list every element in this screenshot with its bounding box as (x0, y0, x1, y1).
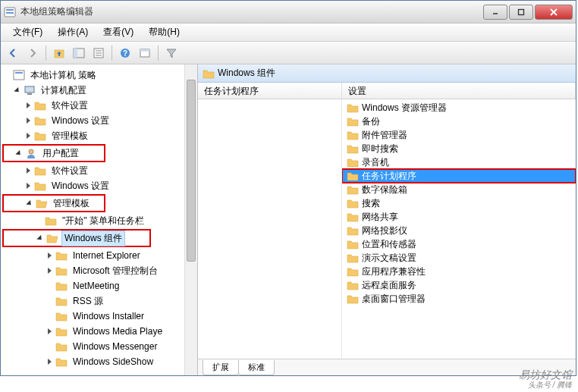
app-icon (4, 6, 16, 18)
filter-button[interactable] (162, 44, 181, 62)
folder-icon (347, 116, 359, 127)
folder-open-icon (36, 198, 48, 209)
collapse-icon[interactable] (24, 131, 33, 140)
column-header-setting[interactable]: 设置 (342, 83, 576, 99)
minimize-button[interactable] (483, 5, 507, 20)
folder-icon (34, 165, 46, 176)
list-item[interactable]: Windows 资源管理器 (342, 101, 576, 114)
options-button[interactable] (136, 44, 154, 62)
list-item[interactable]: 应用程序兼容性 (342, 265, 576, 278)
folder-icon (347, 280, 359, 290)
computer-icon (24, 85, 36, 96)
expand-icon[interactable] (36, 234, 45, 243)
details-header: Windows 组件 (198, 64, 576, 83)
svg-rect-21 (27, 93, 32, 95)
list-item[interactable]: 附件管理器 (342, 128, 576, 142)
window-title: 本地组策略编辑器 (20, 5, 483, 18)
folder-icon (34, 115, 46, 126)
tree-item[interactable]: "开始" 菜单和任务栏 (2, 213, 196, 228)
list-item[interactable]: 演示文稿设置 (342, 251, 576, 265)
svg-text:?: ? (123, 49, 127, 58)
folder-icon (347, 184, 359, 195)
folder-icon (55, 311, 68, 321)
expand-icon[interactable] (14, 149, 24, 158)
column-header-name[interactable]: 任务计划程序 (198, 83, 342, 99)
menu-file[interactable]: 文件(F) (5, 24, 50, 41)
folder-icon (347, 252, 359, 263)
folder-icon (55, 326, 68, 337)
tree-item[interactable]: Windows 设置 (2, 113, 196, 128)
tree-scrollbar[interactable] (184, 64, 197, 375)
folder-icon (55, 296, 68, 306)
collapse-icon[interactable] (45, 266, 54, 275)
menu-action[interactable]: 操作(A) (50, 24, 96, 41)
tree-item[interactable]: Windows Media Playe (2, 324, 196, 339)
tree-admin-templates[interactable]: 管理模板 (4, 196, 104, 211)
collapse-icon[interactable] (45, 251, 54, 260)
svg-rect-17 (140, 49, 149, 52)
folder-icon (347, 171, 359, 181)
list-item[interactable]: 搜索 (342, 196, 576, 210)
tree-item[interactable]: 软件设置 (2, 163, 196, 178)
tree-item[interactable]: Windows 设置 (2, 178, 196, 193)
folder-icon (347, 225, 359, 236)
svg-rect-20 (25, 86, 34, 93)
tree-panel[interactable]: 本地计算机 策略 计算机配置 软件设置 Windows 设置 管理模板 用户配置 (1, 64, 198, 375)
tree-computer-config[interactable]: 计算机配置 (2, 83, 196, 98)
expand-icon[interactable] (25, 199, 34, 208)
menu-help[interactable]: 帮助(H) (141, 24, 187, 41)
tab-standard[interactable]: 标准 (238, 360, 275, 375)
tree-item[interactable]: Windows Installer (2, 309, 196, 324)
toolbar: ? (1, 42, 576, 64)
list-item[interactable]: 即时搜索 (342, 142, 576, 155)
list-item[interactable]: 任务计划程序 (342, 169, 576, 183)
show-hide-tree-button[interactable] (70, 44, 88, 62)
tree-item[interactable]: Microsoft 管理控制台 (2, 263, 196, 278)
properties-button[interactable] (90, 44, 108, 62)
folder-icon (347, 239, 359, 249)
collapse-icon[interactable] (45, 357, 54, 366)
menu-view[interactable]: 查看(V) (96, 24, 141, 41)
tree-item[interactable]: NetMeeting (2, 278, 196, 293)
tree-item[interactable]: Internet Explorer (2, 248, 196, 263)
user-icon (25, 148, 37, 158)
tree-root[interactable]: 本地计算机 策略 (2, 67, 196, 83)
list-item[interactable]: 远程桌面服务 (342, 278, 576, 292)
tree-item[interactable]: 软件设置 (2, 98, 196, 113)
list-item[interactable]: 网络共享 (342, 210, 576, 224)
folder-icon (347, 266, 359, 277)
collapse-icon[interactable] (24, 101, 33, 110)
list-item[interactable]: 网络投影仪 (342, 224, 576, 237)
up-button[interactable] (50, 44, 68, 62)
tree-item[interactable]: Windows Messenger (2, 339, 196, 354)
folder-icon (34, 180, 46, 191)
folder-icon (347, 130, 359, 140)
collapse-icon[interactable] (24, 181, 33, 190)
forward-button[interactable] (24, 44, 42, 62)
tab-extended[interactable]: 扩展 (203, 360, 239, 375)
list-item[interactable]: 桌面窗口管理器 (342, 292, 576, 306)
list-item[interactable]: 录音机 (342, 155, 576, 169)
folder-icon (55, 341, 68, 352)
collapse-icon[interactable] (45, 327, 54, 336)
collapse-icon[interactable] (24, 166, 33, 175)
help-button[interactable]: ? (116, 44, 134, 62)
folder-icon (55, 265, 68, 276)
list-item[interactable]: 位置和传感器 (342, 237, 576, 251)
folder-icon (45, 215, 57, 226)
close-button[interactable] (535, 5, 573, 20)
list-item[interactable]: 备份 (342, 114, 576, 128)
tree-item[interactable]: 管理模板 (2, 128, 196, 143)
tree-item[interactable]: Windows SideShow (2, 354, 196, 369)
tree-user-config[interactable]: 用户配置 (4, 146, 104, 161)
list-item[interactable]: 数字保险箱 (342, 183, 576, 196)
svg-rect-1 (6, 9, 14, 11)
back-button[interactable] (4, 44, 22, 62)
maximize-button[interactable] (509, 5, 533, 20)
expand-icon[interactable] (13, 86, 22, 95)
details-list[interactable]: Windows 资源管理器备份附件管理器即时搜索录音机任务计划程序数字保险箱搜索… (342, 99, 576, 359)
folder-icon (347, 293, 359, 304)
tree-item[interactable]: RSS 源 (2, 293, 196, 309)
collapse-icon[interactable] (24, 116, 33, 125)
tree-windows-components[interactable]: Windows 组件 (4, 230, 149, 246)
